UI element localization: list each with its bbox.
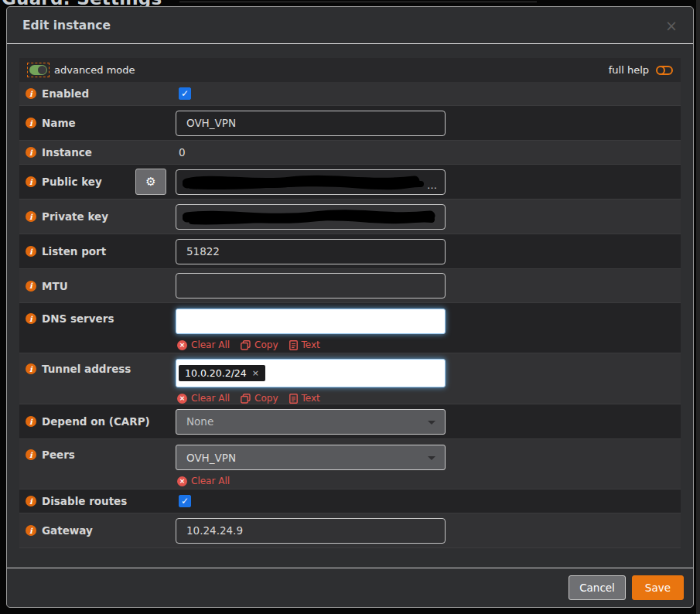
full-help-label: full help xyxy=(609,64,649,76)
chevron-down-icon xyxy=(428,456,435,460)
chevron-down-icon xyxy=(428,421,435,425)
copy-icon xyxy=(241,340,251,350)
disable-routes-checkbox[interactable]: ✓ xyxy=(179,495,191,507)
body-spacer xyxy=(19,548,681,562)
info-icon[interactable]: i xyxy=(26,88,36,99)
gateway-input[interactable]: 10.24.24.9 xyxy=(176,518,446,544)
depend-carp-select[interactable]: None xyxy=(176,409,446,435)
page-scrollbar[interactable] xyxy=(696,0,700,614)
advanced-mode-control[interactable]: advanced mode xyxy=(27,63,135,77)
name-input[interactable]: OVH_VPN xyxy=(176,111,446,136)
tunnel-clear-all-link[interactable]: × Clear All xyxy=(177,393,230,404)
gear-icon: ⚙ xyxy=(145,175,155,189)
dialog-header: Edit instance × xyxy=(7,7,693,44)
redacted-private-key-scribble xyxy=(183,209,438,227)
listen-port-input[interactable]: 51822 xyxy=(176,239,446,264)
instance-label: Instance xyxy=(42,146,92,159)
save-button[interactable]: Save xyxy=(632,575,684,600)
clear-all-icon: × xyxy=(177,476,187,486)
generate-key-button[interactable]: ⚙ xyxy=(135,169,166,195)
info-icon[interactable]: i xyxy=(26,147,36,158)
row-private-key: i Private key xyxy=(19,200,681,234)
info-icon[interactable]: i xyxy=(26,246,36,257)
enabled-checkbox[interactable]: ✓ xyxy=(179,87,191,100)
row-peers: i Peers OVH_VPN × Clear All xyxy=(19,439,681,489)
tunnel-text-link[interactable]: Text xyxy=(289,393,320,404)
row-disable-routes: i Disable routes ✓ xyxy=(19,489,681,513)
dialog-footer: Cancel Save xyxy=(7,568,693,607)
row-tunnel-address: i Tunnel address 10.0.20.2/24 × × Clear … xyxy=(19,353,681,404)
dns-servers-tokenfield[interactable] xyxy=(176,309,446,334)
remove-token-icon[interactable]: × xyxy=(252,368,259,378)
mtu-input[interactable] xyxy=(176,273,446,298)
cancel-button[interactable]: Cancel xyxy=(569,575,626,600)
row-depend-carp: i Depend on (CARP) None xyxy=(19,404,681,439)
row-listen-port: i Listen port 51822 xyxy=(19,234,681,269)
public-key-ellipsis: … xyxy=(427,179,437,191)
row-enabled: i Enabled ✓ xyxy=(19,82,681,106)
instance-value: 0 xyxy=(176,146,186,159)
dns-copy-link[interactable]: Copy xyxy=(241,339,278,350)
edit-instance-dialog: Edit instance × advanced mode full help … xyxy=(6,6,694,608)
copy-icon xyxy=(241,394,251,404)
clear-all-icon: × xyxy=(177,340,187,350)
info-icon[interactable]: i xyxy=(26,176,36,187)
peers-label: Peers xyxy=(42,449,75,461)
info-icon[interactable]: i xyxy=(26,313,36,324)
background-divider xyxy=(179,2,537,2)
private-key-label: Private key xyxy=(42,210,108,223)
info-icon[interactable]: i xyxy=(26,525,36,536)
info-icon[interactable]: i xyxy=(26,211,36,222)
info-icon[interactable]: i xyxy=(26,363,36,374)
dns-servers-label: DNS servers xyxy=(42,312,114,325)
tunnel-address-tokenfield[interactable]: 10.0.20.2/24 × xyxy=(176,359,446,387)
info-icon[interactable]: i xyxy=(26,416,36,427)
disable-routes-label: Disable routes xyxy=(42,495,127,507)
info-icon[interactable]: i xyxy=(26,118,36,128)
options-toolbar: advanced mode full help xyxy=(19,58,681,82)
public-key-input[interactable]: … xyxy=(176,169,446,195)
name-label: Name xyxy=(42,117,76,129)
mtu-label: MTU xyxy=(42,280,68,292)
row-dns-servers: i DNS servers × Clear All Copy xyxy=(19,303,681,353)
tunnel-copy-link[interactable]: Copy xyxy=(241,393,278,404)
dialog-title: Edit instance xyxy=(22,19,111,32)
text-file-icon xyxy=(289,340,298,350)
row-instance: i Instance 0 xyxy=(19,141,681,165)
dialog-body: advanced mode full help i Enabled ✓ i Na… xyxy=(7,44,693,568)
info-icon[interactable]: i xyxy=(26,449,36,460)
row-name: i Name OVH_VPN xyxy=(19,106,681,141)
tunnel-address-token: 10.0.20.2/24 × xyxy=(179,365,265,381)
info-icon[interactable]: i xyxy=(26,496,36,507)
private-key-input[interactable] xyxy=(176,204,446,230)
row-gateway: i Gateway 10.24.24.9 xyxy=(19,513,681,548)
peers-clear-all-link[interactable]: × Clear All xyxy=(177,476,230,486)
gateway-label: Gateway xyxy=(42,524,93,537)
info-icon[interactable]: i xyxy=(26,281,36,292)
depend-carp-label: Depend on (CARP) xyxy=(42,415,150,428)
full-help-control[interactable]: full help xyxy=(609,64,673,76)
row-public-key: i Public key ⚙ … xyxy=(19,165,681,200)
redacted-public-key-scribble xyxy=(183,174,430,193)
dns-text-link[interactable]: Text xyxy=(289,339,320,350)
advanced-mode-toggle-on-icon[interactable] xyxy=(27,63,50,77)
listen-port-label: Listen port xyxy=(42,245,106,258)
peers-select[interactable]: OVH_VPN xyxy=(176,445,446,470)
enabled-label: Enabled xyxy=(42,87,89,100)
clear-all-icon: × xyxy=(177,394,187,404)
text-file-icon xyxy=(289,394,298,404)
tunnel-address-label: Tunnel address xyxy=(42,363,131,375)
public-key-label: Public key xyxy=(42,176,102,188)
row-mtu: i MTU xyxy=(19,269,681,303)
advanced-mode-label: advanced mode xyxy=(54,64,135,76)
full-help-toggle-off-icon[interactable] xyxy=(657,66,673,75)
dns-clear-all-link[interactable]: × Clear All xyxy=(177,339,230,350)
close-icon[interactable]: × xyxy=(665,20,678,31)
